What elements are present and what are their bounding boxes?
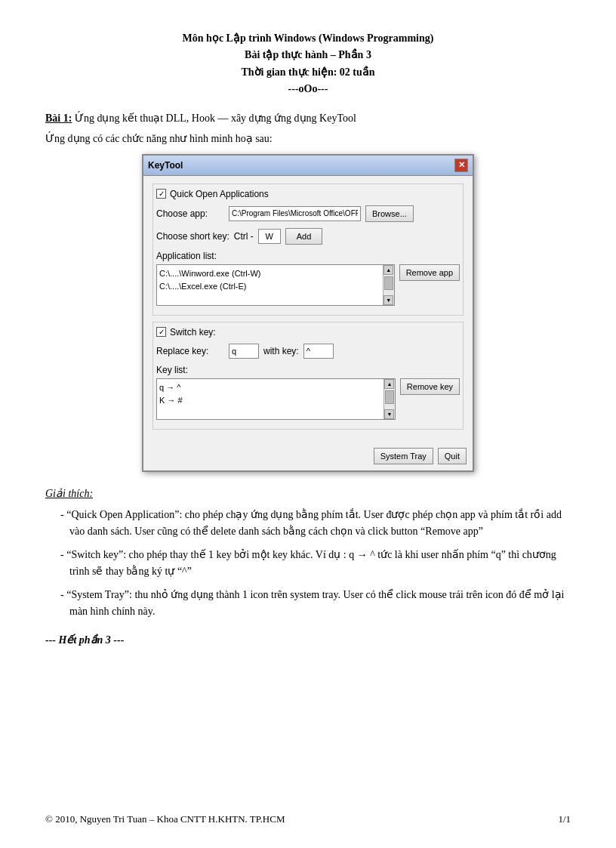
- remove-app-col: Remove app: [399, 264, 460, 282]
- app-scroll-down[interactable]: ▼: [383, 295, 393, 305]
- header-line1: Môn học Lập trình Windows (Windows Progr…: [45, 30, 571, 47]
- app-list-row: C:\....\Winword.exe (Ctrl-W) C:\....\Exc…: [156, 264, 460, 306]
- ending-text: --- Hết phần 3 ---: [45, 634, 571, 646]
- app-path-input[interactable]: [229, 206, 361, 221]
- task-title: Bài 1: Ứng dụng kết thuạt DLL, Hook — xâ…: [45, 112, 571, 125]
- add-button[interactable]: Add: [285, 228, 323, 245]
- note-item-1: “Quick Open Application”: cho phép chạy …: [60, 507, 571, 541]
- browse-button[interactable]: Browse...: [365, 205, 414, 222]
- app-list-item-2[interactable]: C:\....\Excel.exe (Ctrl-E): [159, 280, 380, 294]
- app-scroll-thumb: [384, 276, 393, 290]
- switch-key-checkbox-row: ✓ Switch key:: [156, 327, 460, 338]
- app-list-content: C:\....\Winword.exe (Ctrl-W) C:\....\Exc…: [157, 265, 394, 296]
- page-footer: © 2010, Nguyen Tri Tuan – Khoa CNTT H.KH…: [45, 813, 571, 825]
- key-list-item-1[interactable]: q → ^: [159, 381, 381, 395]
- ctrl-label: Ctrl -: [234, 231, 254, 242]
- switch-key-label: Switch key:: [170, 327, 216, 338]
- notes-section: Giải thích: “Quick Open Application”: ch…: [45, 486, 571, 621]
- choose-app-label: Choose app:: [156, 208, 224, 219]
- choose-app-row: Choose app: Browse...: [156, 205, 460, 222]
- header-line2: Bài tập thực hành – Phần 3: [45, 47, 571, 63]
- key-list-item-2[interactable]: K → #: [159, 394, 381, 408]
- key-scroll-up[interactable]: ▲: [384, 379, 394, 389]
- note-item-3: “System Tray”: thu nhỏ ứng dụng thành 1 …: [60, 587, 571, 621]
- quick-open-checkbox[interactable]: ✓: [156, 189, 166, 199]
- replace-key-input[interactable]: [229, 344, 259, 359]
- notes-list: “Quick Open Application”: cho phép chạy …: [45, 507, 571, 620]
- key-scroll-down[interactable]: ▼: [384, 409, 394, 419]
- switch-key-checkbox[interactable]: ✓: [156, 327, 166, 337]
- dialog-titlebar: KeyTool ✕: [143, 156, 473, 176]
- system-tray-button[interactable]: System Tray: [374, 448, 433, 464]
- app-scroll-track: [383, 275, 394, 295]
- close-button[interactable]: ✕: [454, 159, 468, 172]
- remove-app-button[interactable]: Remove app: [399, 264, 460, 281]
- note-item-2: “Switch key”: cho phép thay thế 1 key bở…: [60, 547, 571, 581]
- app-listbox-scrollbar: ▲ ▼: [383, 265, 394, 305]
- task-number: Bài 1:: [45, 113, 72, 124]
- shortkey-label: Choose short key:: [156, 231, 229, 242]
- intro-text: Ứng dụng có các chức năng như hình minh …: [45, 132, 571, 145]
- remove-key-col: Remove key: [400, 378, 460, 396]
- replace-key-row: Replace key: with key:: [156, 344, 460, 359]
- key-list-row: q → ^ K → # ▲ ▼ Remove key: [156, 378, 460, 420]
- header-line3: Thời gian thực hiện: 02 tuần: [45, 64, 571, 81]
- task-description: Ứng dụng kết thuạt DLL, Hook — xây dựng …: [75, 113, 356, 124]
- dialog-footer: System Tray Quit: [143, 443, 473, 470]
- key-list-content: q → ^ K → #: [157, 379, 395, 410]
- remove-key-button[interactable]: Remove key: [400, 378, 460, 395]
- key-scroll-track: [384, 389, 395, 409]
- document-header: Môn học Lập trình Windows (Windows Progr…: [45, 30, 571, 98]
- notes-title: Giải thích:: [45, 486, 571, 502]
- quick-open-checkbox-row: ✓ Quick Open Applications: [156, 189, 460, 199]
- with-key-input[interactable]: [303, 344, 334, 359]
- with-key-label: with key:: [263, 346, 299, 356]
- footer-left: © 2010, Nguyen Tri Tuan – Khoa CNTT H.KH…: [45, 813, 285, 825]
- key-scroll-thumb: [385, 390, 394, 404]
- dialog-body: ✓ Quick Open Applications Choose app: Br…: [143, 176, 473, 443]
- replace-key-label: Replace key:: [156, 346, 224, 356]
- keytool-dialog: KeyTool ✕ ✓ Quick Open Applications Choo…: [142, 154, 474, 472]
- app-list-label: Application list:: [156, 251, 460, 261]
- app-scroll-up[interactable]: ▲: [383, 265, 393, 275]
- footer-right: 1/1: [558, 813, 571, 825]
- app-list-item-1[interactable]: C:\....\Winword.exe (Ctrl-W): [159, 267, 380, 281]
- dialog-title: KeyTool: [148, 160, 183, 171]
- quit-button[interactable]: Quit: [438, 448, 467, 464]
- key-list-label: Key list:: [156, 365, 460, 375]
- key-listbox-scrollbar: ▲ ▼: [383, 379, 395, 419]
- shortkey-input[interactable]: [258, 229, 281, 244]
- app-listbox[interactable]: C:\....\Winword.exe (Ctrl-W) C:\....\Exc…: [156, 264, 395, 306]
- quick-open-label: Quick Open Applications: [170, 189, 269, 199]
- shortkey-row: Choose short key: Ctrl - Add: [156, 228, 460, 245]
- key-listbox[interactable]: q → ^ K → # ▲ ▼: [156, 378, 396, 420]
- dialog-wrapper: KeyTool ✕ ✓ Quick Open Applications Choo…: [45, 154, 571, 472]
- header-line4: ---oOo---: [45, 81, 571, 97]
